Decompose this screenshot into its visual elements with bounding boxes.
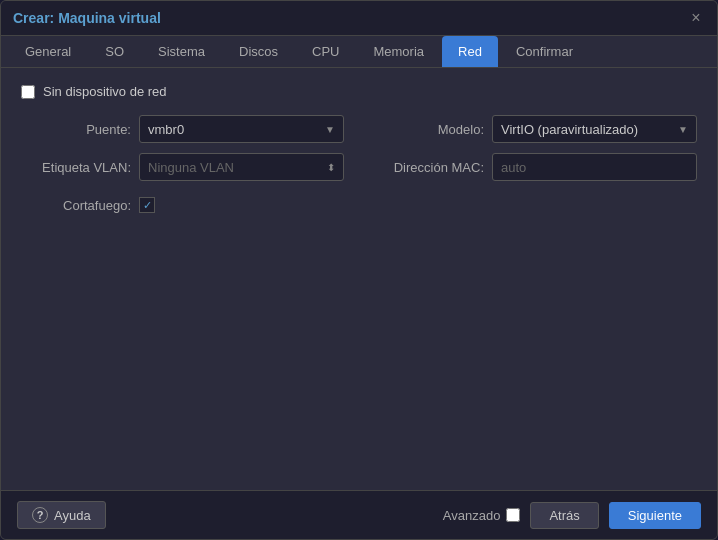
puente-dropdown-arrow: ▼	[325, 124, 335, 135]
direccion-mac-label: Dirección MAC:	[374, 160, 484, 175]
puente-label: Puente:	[21, 122, 131, 137]
tab-content: Sin dispositivo de red Puente: vmbr0 ▼ M…	[1, 68, 717, 490]
help-button[interactable]: ? Ayuda	[17, 501, 106, 529]
cortafuego-label: Cortafuego:	[21, 198, 131, 213]
tab-discos[interactable]: Discos	[223, 36, 294, 67]
tab-memoria[interactable]: Memoria	[357, 36, 440, 67]
modelo-dropdown-arrow: ▼	[678, 124, 688, 135]
cortafuego-row: Cortafuego: ✓	[21, 197, 344, 213]
modelo-row: Modelo: VirtIO (paravirtualizado) ▼	[374, 115, 697, 143]
help-icon: ?	[32, 507, 48, 523]
no-device-checkbox[interactable]	[21, 85, 35, 99]
puente-value: vmbr0	[148, 122, 184, 137]
create-vm-dialog: Crear: Maquina virtual × General SO Sist…	[0, 0, 718, 540]
tab-cpu[interactable]: CPU	[296, 36, 355, 67]
tab-red[interactable]: Red	[442, 36, 498, 67]
direccion-mac-input-wrap	[492, 153, 697, 181]
direccion-mac-input[interactable]	[501, 160, 688, 175]
tab-so[interactable]: SO	[89, 36, 140, 67]
tab-confirmar[interactable]: Confirmar	[500, 36, 589, 67]
puente-row: Puente: vmbr0 ▼	[21, 115, 344, 143]
puente-dropdown[interactable]: vmbr0 ▼	[139, 115, 344, 143]
modelo-label: Modelo:	[374, 122, 484, 137]
avanzado-group: Avanzado	[443, 508, 521, 523]
title-bar: Crear: Maquina virtual ×	[1, 1, 717, 36]
form-grid: Puente: vmbr0 ▼ Modelo: VirtIO (paravirt…	[21, 115, 697, 213]
modelo-value: VirtIO (paravirtualizado)	[501, 122, 638, 137]
etiqueta-vlan-label: Etiqueta VLAN:	[21, 160, 131, 175]
no-device-row: Sin dispositivo de red	[21, 84, 697, 99]
avanzado-checkbox[interactable]	[506, 508, 520, 522]
footer-left: ? Ayuda	[17, 501, 106, 529]
atras-button[interactable]: Atrás	[530, 502, 598, 529]
tab-bar: General SO Sistema Discos CPU Memoria Re…	[1, 36, 717, 68]
etiqueta-vlan-row: Etiqueta VLAN: ⬍	[21, 153, 344, 181]
siguiente-button[interactable]: Siguiente	[609, 502, 701, 529]
no-device-label: Sin dispositivo de red	[43, 84, 167, 99]
etiqueta-vlan-input-wrap: ⬍	[139, 153, 344, 181]
footer: ? Ayuda Avanzado Atrás Siguiente	[1, 490, 717, 539]
close-button[interactable]: ×	[687, 9, 705, 27]
tab-sistema[interactable]: Sistema	[142, 36, 221, 67]
avanzado-label: Avanzado	[443, 508, 501, 523]
direccion-mac-row: Dirección MAC:	[374, 153, 697, 181]
help-label: Ayuda	[54, 508, 91, 523]
etiqueta-vlan-input[interactable]	[148, 160, 323, 175]
modelo-dropdown[interactable]: VirtIO (paravirtualizado) ▼	[492, 115, 697, 143]
dialog-title: Crear: Maquina virtual	[13, 10, 161, 26]
tab-general[interactable]: General	[9, 36, 87, 67]
cortafuego-checkbox[interactable]: ✓	[139, 197, 155, 213]
footer-right: Avanzado Atrás Siguiente	[443, 502, 701, 529]
etiqueta-vlan-spinner: ⬍	[327, 162, 335, 173]
